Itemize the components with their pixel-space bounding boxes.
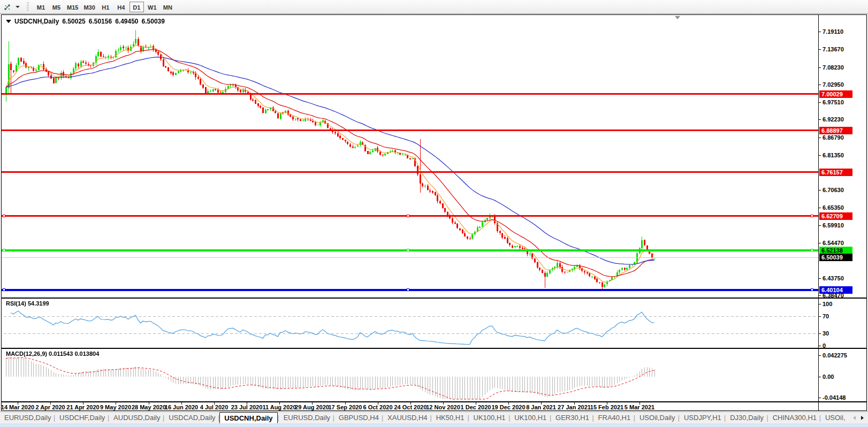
tab-ger30-h1[interactable]: GER30,H1 (551, 412, 592, 424)
tab-usoil[interactable]: USOil, (821, 412, 849, 424)
status-strip (0, 423, 868, 427)
axis-tick-dash (819, 49, 821, 50)
axis-tick-dash (819, 190, 821, 190)
tab-uk100-h1[interactable]: UK100,H1 (510, 412, 550, 424)
price-chart-canvas[interactable] (2, 15, 818, 298)
date-axis-label: 17 Sep 2020 (329, 404, 362, 410)
timeframe-button-h1[interactable]: H1 (98, 2, 113, 12)
timeframe-button-w1[interactable]: W1 (145, 2, 159, 12)
tab-uk100-h1[interactable]: UK100,H1 (469, 412, 509, 424)
axis-tick-dash (819, 295, 821, 296)
tab-eurusd-daily[interactable]: EURUSD,Daily (279, 412, 333, 424)
date-axis-label: 14 Mar 2020 (1, 404, 34, 410)
date-axis-label: 29 Aug 2020 (295, 404, 329, 410)
tab-usdchf-daily[interactable]: USDCHF,Daily (55, 412, 108, 424)
chart-tab-bar: EURUSD,Daily|USDCHF,Daily|AUDUSD,Daily|U… (0, 411, 868, 423)
price-line-badge-6.52138: 6.52138 (819, 247, 852, 254)
macd-label: MACD(12,26,9) 0.011543 0.013804 (6, 350, 99, 357)
timeframe-button-d1[interactable]: D1 (130, 2, 144, 12)
timeframe-button-m15[interactable]: M15 (65, 2, 80, 12)
rsi-axis-tick: 70 (823, 313, 865, 319)
hline-6.88897[interactable] (2, 129, 818, 131)
ohlc-close: 6.50039 (142, 18, 165, 25)
price-axis-line (818, 15, 819, 410)
axis-tick-dash (819, 243, 821, 243)
axis-tick-dash (819, 138, 821, 138)
axis-tick-dash (819, 85, 821, 85)
hline-handle[interactable] (407, 288, 409, 291)
tab-usoil-daily[interactable]: USOil,Daily (635, 412, 678, 424)
toolbar-dropdown-caret-icon[interactable] (14, 1, 21, 13)
date-axis-label: 5 Mar 2021 (625, 404, 654, 410)
macd-axis-tick: -0.04148 (823, 394, 865, 401)
date-axis-label: 23 Jul 2020 (231, 404, 263, 410)
macd-canvas[interactable] (2, 349, 818, 401)
timeframe-button-h4[interactable]: H4 (114, 2, 128, 12)
price-axis-tick: 6.70630 (823, 187, 865, 193)
timeframe-button-m1[interactable]: M1 (34, 2, 48, 12)
timeframe-button-m30[interactable]: M30 (81, 2, 97, 12)
price-line-badge-6.40104: 6.40104 (819, 286, 852, 294)
toolbar-grip[interactable] (27, 2, 29, 12)
hline-handle[interactable] (407, 215, 409, 217)
price-axis-tick: 6.86790 (823, 134, 865, 141)
timeframe-buttons: M1M5M15M30H1H4D1W1MN (33, 0, 176, 14)
axis-tick-dash (819, 377, 821, 377)
tab-usdcad-daily[interactable]: USDCAD,Daily (164, 412, 218, 424)
price-line-badge-6.62709: 6.62709 (819, 212, 852, 220)
macd-pane: MACD(12,26,9) 0.011543 0.013804 (2, 349, 818, 401)
date-axis-label: 8 Jan 2021 (526, 404, 556, 410)
hline-6.52138[interactable] (2, 249, 818, 251)
hline-handle[interactable] (407, 249, 409, 251)
axis-tick-dash (819, 208, 821, 208)
date-axis-label: 2 Apr 2020 (35, 404, 65, 410)
timeframe-button-mn[interactable]: MN (161, 2, 175, 12)
chart-shift-marker[interactable] (675, 16, 680, 19)
chart-symbol-period: USDCNH,Daily (14, 18, 59, 25)
timeframe-button-m5[interactable]: M5 (49, 2, 64, 12)
tab-scroll-left-icon[interactable] (853, 416, 856, 420)
axis-tick-dash (819, 102, 821, 103)
hline-handle[interactable] (3, 215, 5, 217)
hline-6.62709[interactable] (2, 215, 818, 217)
date-axis[interactable]: 14 Mar 20202 Apr 202021 Apr 20209 May 20… (2, 402, 818, 410)
tab-fra40-h1[interactable]: FRA40,H1 (594, 412, 634, 424)
price-axis-tick: 6.65350 (823, 204, 865, 211)
tab-gbpusd-h4[interactable]: GBPUSD,H4 (334, 412, 382, 424)
price-axis-tick: 6.43750 (823, 275, 865, 281)
axis-tick-dash (819, 316, 821, 317)
axis-tick-dash (819, 67, 821, 68)
price-line-badge-7.00029: 7.00029 (819, 90, 852, 98)
tab-dj30-daily[interactable]: DJ30,Daily (726, 412, 766, 424)
hline-6.40104[interactable] (2, 289, 818, 291)
mt4-app: M1M5M15M30H1H4D1W1MN USDCNH,Daily 6.5002… (0, 0, 868, 427)
hline-handle[interactable] (811, 215, 813, 217)
hline-7.00029[interactable] (2, 93, 818, 95)
axis-tick-dash (819, 346, 821, 346)
axis-tick-dash (819, 155, 821, 156)
date-axis-label: 1 Dec 2020 (461, 404, 491, 410)
tab-usdjpy-h1[interactable]: USDJPY,H1 (680, 412, 724, 424)
axis-tick-dash (819, 278, 821, 279)
hline-handle[interactable] (811, 249, 813, 251)
tab-hk50-h1[interactable]: HK50,H1 (432, 412, 468, 424)
price-axis-tick: 6.81350 (823, 152, 865, 158)
rsi-label: RSI(14) 54.3199 (6, 300, 49, 307)
tab-scroll-right-icon[interactable] (861, 416, 864, 420)
tab-usdcnh-daily[interactable]: USDCNH,Daily (219, 412, 277, 424)
ohlc-high: 6.50156 (89, 18, 112, 25)
hline-handle[interactable] (3, 249, 5, 251)
axis-tick-dash (819, 355, 821, 356)
title-collapse-icon[interactable] (6, 20, 11, 23)
tab-eurusd-daily[interactable]: EURUSD,Daily (0, 412, 54, 424)
axis-tick-dash (819, 304, 821, 304)
tab-xauusd-h4[interactable]: XAUUSD,H4 (383, 412, 430, 424)
date-axis-label: 16 Jun 2020 (165, 404, 198, 410)
hline-handle[interactable] (3, 288, 5, 291)
chart-cursor-icon[interactable] (1, 1, 14, 13)
tab-audusd-daily[interactable]: AUDUSD,Daily (109, 412, 163, 424)
tab-china300-h1[interactable]: CHINA300,H1 (768, 412, 819, 424)
hline-handle[interactable] (811, 288, 813, 291)
rsi-canvas[interactable] (2, 299, 818, 348)
hline-6.76157[interactable] (2, 171, 818, 173)
